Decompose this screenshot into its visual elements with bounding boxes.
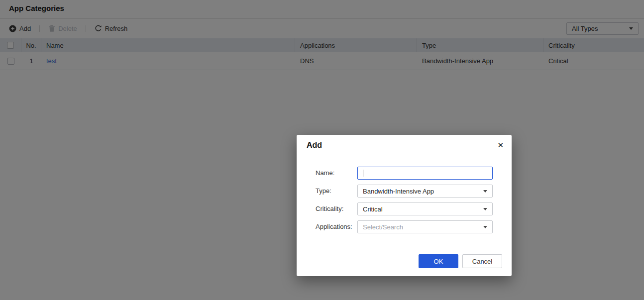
type-select-value: Bandwidth-Intensive App (363, 188, 434, 195)
applications-select-placeholder: Select/Search (363, 223, 403, 231)
close-icon[interactable]: ✕ (497, 140, 504, 150)
applications-select[interactable]: Select/Search (357, 220, 493, 233)
chevron-down-icon (483, 208, 487, 210)
name-input[interactable] (357, 167, 493, 180)
name-field-row: Name: (297, 167, 512, 180)
type-label: Type: (316, 185, 331, 198)
type-field-row: Type: Bandwidth-Intensive App (297, 185, 512, 198)
text-cursor (363, 170, 363, 177)
criticality-label: Criticality: (316, 202, 343, 215)
criticality-select[interactable]: Critical (357, 202, 493, 215)
name-label: Name: (316, 167, 334, 180)
type-select[interactable]: Bandwidth-Intensive App (357, 185, 493, 198)
criticality-select-value: Critical (363, 205, 383, 213)
cancel-button[interactable]: Cancel (462, 254, 502, 268)
chevron-down-icon (483, 190, 487, 193)
add-dialog: Add ✕ Name: Type: Bandwidth-Intensive Ap… (297, 135, 512, 276)
criticality-field-row: Criticality: Critical (297, 202, 512, 215)
dialog-title: Add (307, 141, 322, 150)
applications-field-row: Applications: Select/Search (297, 220, 512, 233)
ok-button[interactable]: OK (419, 254, 458, 268)
chevron-down-icon (483, 226, 487, 228)
applications-label: Applications: (316, 220, 352, 233)
